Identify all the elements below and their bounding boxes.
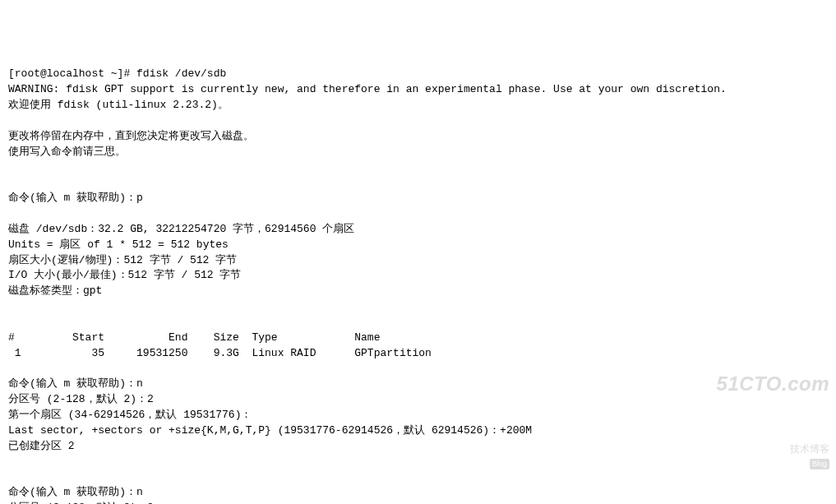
terminal-line: 已创建分区 2 xyxy=(8,439,828,455)
terminal-line: I/O 大小(最小/最佳)：512 字节 / 512 字节 xyxy=(8,268,828,284)
terminal-line xyxy=(8,469,828,485)
terminal-line: [root@localhost ~]# fdisk /dev/sdb xyxy=(8,67,828,82)
terminal-line: WARNING: fdisk GPT support is currently … xyxy=(8,82,828,98)
terminal-line xyxy=(8,299,828,315)
terminal-line xyxy=(8,315,828,331)
terminal-line: 磁盘 /dev/sdb：32.2 GB, 32212254720 字节，6291… xyxy=(8,222,828,238)
terminal-line: 分区号 (3-128，默认 3)：3 xyxy=(8,501,828,504)
terminal-line xyxy=(8,113,828,129)
terminal-line xyxy=(8,361,828,377)
terminal-line: 命令(输入 m 获取帮助)：p xyxy=(8,191,828,206)
terminal-line: 更改将停留在内存中，直到您决定将更改写入磁盘。 xyxy=(8,129,828,145)
terminal-line: 分区号 (2-128，默认 2)：2 xyxy=(8,392,828,408)
terminal-output: [root@localhost ~]# fdisk /dev/sdbWARNIN… xyxy=(8,67,828,504)
terminal-line xyxy=(8,454,828,469)
terminal-line: 欢迎使用 fdisk (util-linux 2.23.2)。 xyxy=(8,98,828,113)
terminal-line: 1 35 19531250 9.3G Linux RAID GPTpartiti… xyxy=(8,346,828,362)
terminal-line: Last sector, +sectors or +size{K,M,G,T,P… xyxy=(8,423,828,439)
terminal-line: 命令(输入 m 获取帮助)：n xyxy=(8,485,828,501)
terminal-line xyxy=(8,160,828,175)
terminal-line: 磁盘标签类型：gpt xyxy=(8,284,828,299)
terminal-line: # Start End Size Type Name xyxy=(8,331,828,346)
terminal-line: Units = 扇区 of 1 * 512 = 512 bytes xyxy=(8,238,828,253)
terminal-line xyxy=(8,175,828,191)
terminal-line: 扇区大小(逻辑/物理)：512 字节 / 512 字节 xyxy=(8,253,828,269)
terminal-line: 使用写入命令前请三思。 xyxy=(8,145,828,160)
terminal-line: 命令(输入 m 获取帮助)：n xyxy=(8,377,828,392)
terminal-line xyxy=(8,206,828,222)
terminal-line: 第一个扇区 (34-62914526，默认 19531776)： xyxy=(8,408,828,423)
